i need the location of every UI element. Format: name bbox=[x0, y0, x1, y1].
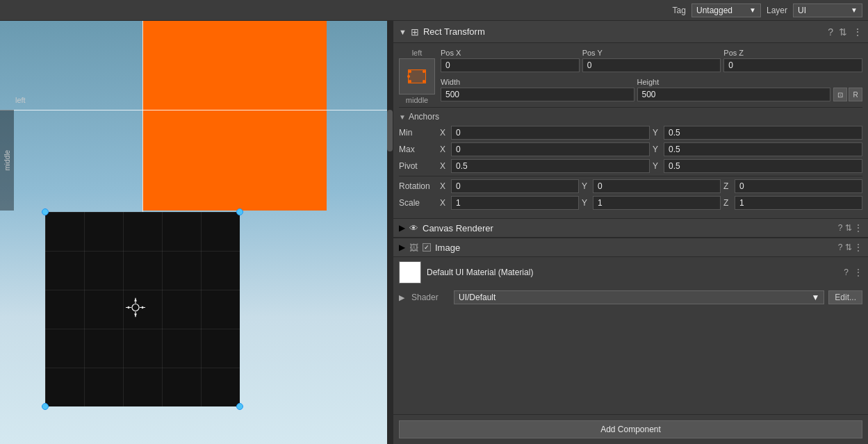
constrain-btn[interactable]: ⊡ bbox=[833, 88, 847, 101]
anchor-min-label: Min bbox=[399, 128, 437, 138]
rotation-y-input[interactable] bbox=[593, 179, 721, 193]
anchor-max-y-input[interactable] bbox=[664, 142, 862, 156]
pos-y-input[interactable] bbox=[582, 58, 721, 72]
scroll-track bbox=[387, 21, 393, 444]
anchor-diagram-col: left middle bbox=[399, 49, 435, 104]
pivot-group: X Y bbox=[440, 159, 862, 173]
rect-transform-settings-btn[interactable]: ⇅ bbox=[839, 26, 847, 38]
blueprint-btn[interactable]: R bbox=[849, 88, 862, 101]
orange-rect-bottom bbox=[142, 110, 327, 211]
rotation-x-axis: X bbox=[440, 181, 448, 191]
image-enabled-checkbox[interactable]: ✓ bbox=[423, 243, 431, 252]
rect-transform-menu-btn[interactable]: ⋮ bbox=[853, 26, 862, 38]
tag-label: Tag bbox=[673, 6, 686, 15]
scale-y-axis: Y bbox=[582, 198, 590, 208]
rotation-label: Rotation bbox=[399, 181, 437, 191]
pos-z-label: Pos Z bbox=[723, 49, 862, 57]
anchor-dot-tr bbox=[423, 70, 425, 73]
scale-group: X Y Z bbox=[440, 196, 862, 210]
image-settings-btn[interactable]: ⇅ bbox=[845, 242, 852, 252]
image-collapse-arrow[interactable]: ▶ bbox=[399, 242, 405, 252]
canvas-renderer-icon: 👁 bbox=[409, 223, 418, 233]
pivot-y-input[interactable] bbox=[664, 159, 862, 173]
scale-x-input[interactable] bbox=[451, 196, 579, 210]
wh-buttons: ⊡ R bbox=[833, 88, 862, 101]
pivot-row: Pivot X Y bbox=[399, 159, 862, 173]
rotation-z-input[interactable] bbox=[735, 179, 862, 193]
image-title: Image bbox=[435, 242, 834, 253]
scale-y-input[interactable] bbox=[593, 196, 721, 210]
divider-2 bbox=[399, 176, 862, 176]
anchors-arrow[interactable]: ▼ bbox=[399, 113, 406, 121]
canvas-renderer-actions: ? ⇅ ⋮ bbox=[838, 223, 862, 233]
pivot-x-input[interactable] bbox=[451, 159, 650, 173]
rect-transform-actions: ? ⇅ ⋮ bbox=[828, 26, 862, 38]
material-help-btn[interactable]: ? bbox=[844, 268, 849, 277]
rect-transform-help-btn[interactable]: ? bbox=[828, 26, 833, 38]
anchors-title: Anchors bbox=[409, 112, 439, 122]
anchor-min-row: Min X Y bbox=[399, 126, 862, 140]
layer-dropdown[interactable]: UI ▼ bbox=[793, 3, 862, 17]
pos-y-label: Pos Y bbox=[582, 49, 721, 57]
pos-x-input[interactable] bbox=[441, 58, 580, 72]
scroll-thumb[interactable] bbox=[387, 110, 393, 151]
pos-z-cell: Pos Z bbox=[723, 49, 862, 72]
anchor-diagram[interactable] bbox=[399, 58, 435, 94]
anchor-max-x-axis: X bbox=[440, 145, 448, 154]
corner-dot-br bbox=[236, 403, 243, 410]
image-menu-btn[interactable]: ⋮ bbox=[854, 242, 862, 252]
svg-point-0 bbox=[132, 304, 139, 311]
orange-rect-top bbox=[142, 21, 327, 111]
layer-value: UI bbox=[798, 6, 806, 15]
shader-value: UI/Default bbox=[459, 293, 496, 302]
anchor-min-x-input[interactable] bbox=[451, 126, 650, 140]
height-label: Height bbox=[637, 78, 831, 86]
width-cell: Width bbox=[441, 78, 634, 101]
shader-dropdown-arrow: ▼ bbox=[811, 293, 819, 302]
scene-viewport[interactable]: middle left bbox=[0, 21, 393, 444]
canvas-renderer-collapse-arrow[interactable]: ▶ bbox=[399, 223, 405, 233]
canvas-renderer-help-btn[interactable]: ? bbox=[838, 223, 843, 233]
canvas-renderer-settings-btn[interactable]: ⇅ bbox=[845, 223, 852, 233]
layer-dropdown-arrow: ▼ bbox=[851, 6, 858, 14]
svg-marker-7 bbox=[126, 306, 129, 309]
tag-dropdown[interactable]: Untagged ▼ bbox=[691, 3, 761, 17]
anchor-min-group: X Y bbox=[440, 126, 862, 140]
anchor-max-row: Max X Y bbox=[399, 142, 862, 156]
rect-transform-collapse-arrow[interactable]: ▼ bbox=[399, 28, 407, 36]
layer-label: Layer bbox=[767, 6, 787, 15]
anchor-label: left bbox=[15, 96, 26, 104]
image-actions: ? ⇅ ⋮ bbox=[838, 242, 862, 252]
wh-row: Width Height ⊡ R bbox=[441, 78, 862, 101]
anchor-diagram-label: left bbox=[412, 49, 423, 57]
material-menu-btn[interactable]: ⋮ bbox=[854, 268, 862, 277]
width-input[interactable] bbox=[441, 88, 634, 101]
guide-line-vertical bbox=[142, 21, 143, 215]
pos-z-input[interactable] bbox=[723, 58, 862, 72]
shader-dropdown[interactable]: UI/Default ▼ bbox=[454, 290, 824, 304]
canvas-renderer-menu-btn[interactable]: ⋮ bbox=[854, 223, 862, 233]
shader-edit-button[interactable]: Edit... bbox=[828, 290, 862, 304]
corner-dot-tl bbox=[42, 208, 49, 215]
image-help-btn[interactable]: ? bbox=[838, 242, 843, 252]
height-input[interactable] bbox=[637, 88, 831, 101]
add-component-button[interactable]: Add Component bbox=[399, 420, 862, 438]
anchor-diagram-sublabel: middle bbox=[406, 96, 428, 104]
rotation-x-input[interactable] bbox=[451, 179, 579, 193]
anchor-max-x-input[interactable] bbox=[451, 142, 650, 156]
move-icon bbox=[126, 298, 145, 321]
shader-collapse-arrow[interactable]: ▶ bbox=[399, 293, 404, 302]
anchor-dot-bl bbox=[409, 80, 411, 83]
top-bar: Tag Untagged ▼ Layer UI ▼ bbox=[0, 0, 868, 21]
anchor-min-y-input[interactable] bbox=[664, 126, 862, 140]
rotation-z-axis: Z bbox=[723, 181, 732, 191]
material-row: Default UI Material (Material) ? ⋮ bbox=[393, 257, 868, 288]
anchor-min-x-axis: X bbox=[440, 128, 448, 138]
anchor-pos-row: left middle bbox=[399, 49, 862, 104]
scale-z-input[interactable] bbox=[735, 196, 862, 210]
image-header: ▶ 🖼 ✓ Image ? ⇅ ⋮ bbox=[393, 238, 868, 257]
pivot-label: Pivot bbox=[399, 161, 437, 171]
rect-transform-title: Rect Transform bbox=[423, 26, 824, 37]
svg-marker-5 bbox=[134, 299, 137, 302]
anchor-max-group: X Y bbox=[440, 142, 862, 156]
